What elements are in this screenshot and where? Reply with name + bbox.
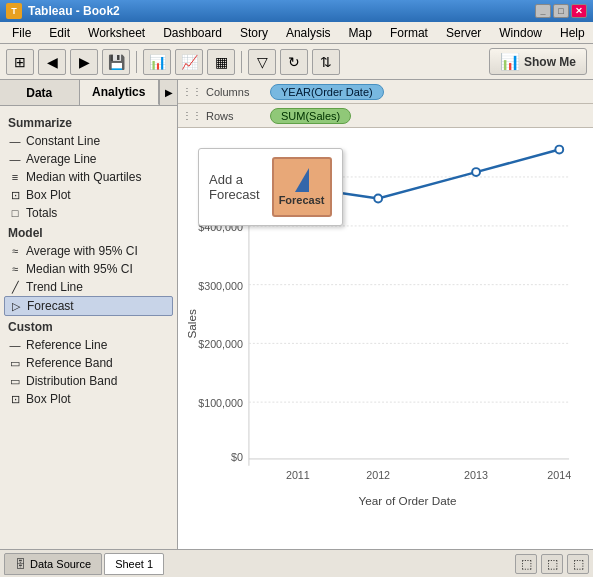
menu-dashboard[interactable]: Dashboard (155, 24, 230, 42)
item-constant-line[interactable]: — Constant Line (4, 132, 173, 150)
panel-tabs: Data Analytics ▶ (0, 80, 177, 106)
window-title: Tableau - Book2 (28, 4, 120, 18)
minimize-button[interactable]: _ (535, 4, 551, 18)
item-forecast[interactable]: ▷ Forecast (4, 296, 173, 316)
item-totals-label: Totals (26, 206, 57, 220)
item-box-plot-custom-label: Box Plot (26, 392, 71, 406)
forecast-icon-box[interactable]: Forecast (272, 157, 332, 217)
forecast-card: Add a Forecast Forecast (198, 148, 343, 226)
item-trend-line[interactable]: ╱ Trend Line (4, 278, 173, 296)
toolbar-refresh-btn[interactable]: ↻ (280, 49, 308, 75)
status-icon-1[interactable]: ⬚ (515, 554, 537, 574)
separator-2 (241, 51, 242, 73)
forecast-main-text: Forecast (209, 187, 260, 202)
totals-icon: □ (8, 206, 22, 220)
item-median-95ci[interactable]: ≈ Median with 95% CI (4, 260, 173, 278)
columns-shelf-icon: ⋮⋮ (182, 86, 202, 97)
title-bar: T Tableau - Book2 _ □ ✕ (0, 0, 593, 22)
item-average-95ci[interactable]: ≈ Average with 95% CI (4, 242, 173, 260)
app-icon: T (6, 3, 22, 19)
status-tab-sheet1[interactable]: Sheet 1 (104, 553, 164, 575)
status-tab-datasource[interactable]: 🗄 Data Source (4, 553, 102, 575)
y-tick-200k: $200,000 (198, 338, 243, 350)
box-plot-custom-icon: ⊡ (8, 392, 22, 406)
rows-shelf-icon: ⋮⋮ (182, 110, 202, 121)
status-bar: 🗄 Data Source Sheet 1 ⬚ ⬚ ⬚ (0, 549, 593, 577)
close-button[interactable]: ✕ (571, 4, 587, 18)
item-median-95ci-label: Median with 95% CI (26, 262, 133, 276)
toolbar-swap-btn[interactable]: ⇅ (312, 49, 340, 75)
data-point-2013 (472, 168, 480, 176)
item-average-line[interactable]: — Average Line (4, 150, 173, 168)
menu-file[interactable]: File (4, 24, 39, 42)
section-custom-title: Custom (4, 316, 173, 336)
toolbar-table-btn[interactable]: ▦ (207, 49, 235, 75)
sheet1-label: Sheet 1 (115, 558, 153, 570)
item-reference-band[interactable]: ▭ Reference Band (4, 354, 173, 372)
show-me-label: Show Me (524, 55, 576, 69)
maximize-button[interactable]: □ (553, 4, 569, 18)
toolbar-data-btn[interactable]: 📊 (143, 49, 171, 75)
average-line-icon: — (8, 152, 22, 166)
x-tick-2013: 2013 (464, 469, 488, 481)
show-me-icon: 📊 (500, 52, 520, 71)
menu-worksheet[interactable]: Worksheet (80, 24, 153, 42)
left-panel: Data Analytics ▶ Summarize — Constant Li… (0, 80, 178, 549)
item-median-quartiles-label: Median with Quartiles (26, 170, 141, 184)
tab-data[interactable]: Data (0, 80, 80, 105)
item-median-quartiles[interactable]: ≡ Median with Quartiles (4, 168, 173, 186)
item-box-plot-summarize[interactable]: ⊡ Box Plot (4, 186, 173, 204)
toolbar-back-btn[interactable]: ◀ (38, 49, 66, 75)
distribution-band-icon: ▭ (8, 374, 22, 388)
item-forecast-label: Forecast (27, 299, 74, 313)
panel-toggle[interactable]: ▶ (159, 80, 177, 105)
item-totals[interactable]: □ Totals (4, 204, 173, 222)
status-icon-2[interactable]: ⬚ (541, 554, 563, 574)
item-box-plot-summarize-label: Box Plot (26, 188, 71, 202)
item-reference-line-label: Reference Line (26, 338, 107, 352)
y-tick-300k: $300,000 (198, 280, 243, 292)
toolbar-save-btn[interactable]: 💾 (102, 49, 130, 75)
item-distribution-band[interactable]: ▭ Distribution Band (4, 372, 173, 390)
show-me-button[interactable]: 📊 Show Me (489, 48, 587, 75)
x-tick-2012: 2012 (366, 469, 390, 481)
median-quartiles-icon: ≡ (8, 170, 22, 184)
menu-story[interactable]: Story (232, 24, 276, 42)
menu-window[interactable]: Window (491, 24, 550, 42)
rows-pill[interactable]: SUM(Sales) (270, 108, 351, 124)
columns-pill[interactable]: YEAR(Order Date) (270, 84, 384, 100)
viz-panel: Add a Forecast Forecast $500,000 $400,00… (178, 128, 593, 549)
tab-analytics[interactable]: Analytics (80, 80, 160, 105)
menu-server[interactable]: Server (438, 24, 489, 42)
box-plot-summarize-icon: ⊡ (8, 188, 22, 202)
columns-label: Columns (206, 86, 266, 98)
menu-map[interactable]: Map (341, 24, 380, 42)
average-95ci-icon: ≈ (8, 244, 22, 258)
toolbar: ⊞ ◀ ▶ 💾 📊 📈 ▦ ▽ ↻ ⇅ 📊 Show Me (0, 44, 593, 80)
window-controls[interactable]: _ □ ✕ (535, 4, 587, 18)
forecast-icon-label: Forecast (279, 194, 325, 206)
toolbar-home-btn[interactable]: ⊞ (6, 49, 34, 75)
status-icon-3[interactable]: ⬚ (567, 554, 589, 574)
toolbar-chart-btn[interactable]: 📈 (175, 49, 203, 75)
item-reference-band-label: Reference Band (26, 356, 113, 370)
menu-analysis[interactable]: Analysis (278, 24, 339, 42)
item-average-line-label: Average Line (26, 152, 97, 166)
reference-band-icon: ▭ (8, 356, 22, 370)
toolbar-forward-btn[interactable]: ▶ (70, 49, 98, 75)
rows-label: Rows (206, 110, 266, 122)
menu-format[interactable]: Format (382, 24, 436, 42)
shelves: ⋮⋮ Columns YEAR(Order Date) ⋮⋮ Rows SUM(… (178, 80, 593, 128)
forecast-card-text: Add a Forecast (209, 172, 260, 202)
toolbar-filter-btn[interactable]: ▽ (248, 49, 276, 75)
menu-help[interactable]: Help (552, 24, 593, 42)
item-reference-line[interactable]: — Reference Line (4, 336, 173, 354)
item-box-plot-custom[interactable]: ⊡ Box Plot (4, 390, 173, 408)
item-trend-line-label: Trend Line (26, 280, 83, 294)
y-axis-label: Sales (185, 309, 198, 338)
forecast-icon: ▷ (9, 299, 23, 313)
data-point-2014 (555, 146, 563, 154)
columns-shelf: ⋮⋮ Columns YEAR(Order Date) (178, 80, 593, 104)
menu-edit[interactable]: Edit (41, 24, 78, 42)
forecast-triangle-icon (295, 168, 309, 192)
